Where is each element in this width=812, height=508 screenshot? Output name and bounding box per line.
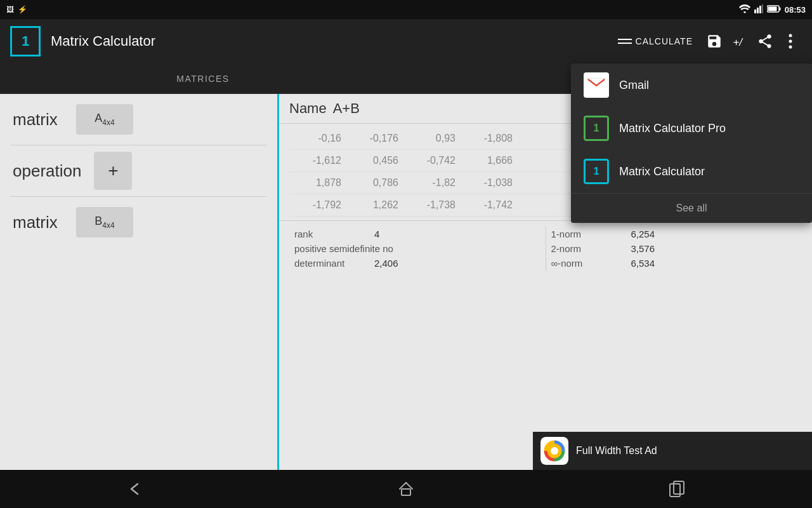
stat-2norm: 2-norm 3,576 — [551, 243, 797, 254]
ad-banner: Full Width Test Ad — [533, 432, 812, 470]
svg-rect-5 — [768, 6, 776, 11]
cell-0-2: 0,93 — [403, 131, 461, 145]
svg-rect-3 — [762, 4, 763, 13]
action-bar-actions: CALCULATE +/ — [610, 30, 802, 53]
status-left: 🖼 ⚡ — [6, 5, 27, 14]
mc-pro-label: Matrix Calculator Pro — [619, 122, 726, 135]
stat-det-value: 2,406 — [374, 258, 398, 269]
cell-2-2: -1,82 — [403, 176, 461, 190]
cell-1-3: 1,666 — [461, 154, 518, 168]
share-button[interactable] — [754, 30, 776, 53]
calculate-lines-icon — [618, 39, 632, 44]
matrix-a-row: matrix A4x4 — [0, 94, 277, 145]
gmail-label: Gmail — [619, 79, 649, 92]
signal-icon — [754, 4, 763, 15]
result-name: Name — [289, 100, 327, 117]
calculate-label: CALCULATE — [636, 36, 693, 46]
dropdown-gmail[interactable]: Gmail — [571, 64, 812, 107]
mc-icon: 1 — [584, 159, 609, 184]
operation-row: operation + — [0, 145, 277, 196]
calculate-button[interactable]: CALCULATE — [610, 31, 700, 51]
left-panel: matrix A4x4 operation + matrix B4x4 — [0, 94, 279, 470]
cell-3-1: 1,262 — [346, 198, 403, 212]
svg-rect-1 — [757, 8, 759, 13]
cell-3-2: -1,738 — [403, 198, 461, 212]
matrix-b-row: matrix B4x4 — [0, 197, 277, 248]
gmail-icon — [584, 72, 609, 98]
cell-3-3: -1,742 — [461, 198, 518, 212]
stats-right: 1-norm 6,254 2-norm 3,576 ∞-norm 6,534 — [546, 226, 802, 271]
mc-label: Matrix Calculator — [619, 165, 705, 178]
stat-posdef: positive semidefinite no — [294, 243, 540, 254]
cell-1-0: -1,612 — [289, 154, 346, 168]
app-title: Matrix Calculator — [51, 33, 600, 50]
stats-left: rank 4 positive semidefinite no determin… — [289, 226, 546, 271]
recents-button[interactable] — [652, 475, 702, 503]
svg-point-8 — [789, 34, 792, 37]
stat-infnorm: ∞-norm 6,534 — [551, 258, 797, 269]
dropdown-mc-pro[interactable]: 1 Matrix Calculator Pro — [571, 107, 812, 150]
cell-2-1: 0,786 — [346, 176, 403, 190]
stat-rank-value: 4 — [374, 229, 379, 239]
ad-icon — [540, 437, 568, 465]
result-expr: A+B — [333, 100, 360, 117]
matrix-a-label: matrix — [13, 110, 63, 130]
svg-rect-6 — [779, 7, 780, 10]
more-button[interactable] — [779, 30, 802, 53]
tab-matrices-label: MATRICES — [176, 74, 229, 84]
mc-pro-icon: 1 — [584, 116, 609, 141]
dropdown-menu: Gmail 1 Matrix Calculator Pro 1 Matrix C… — [571, 64, 812, 223]
cell-3-0: -1,792 — [289, 198, 346, 212]
cell-0-1: -0,176 — [346, 131, 403, 145]
operation-button[interactable]: + — [94, 152, 132, 190]
stat-det-label: determinant — [294, 258, 370, 269]
svg-rect-15 — [402, 489, 410, 495]
save-button[interactable] — [703, 30, 726, 53]
tab-matrices[interactable]: MATRICES — [0, 64, 406, 93]
cell-0-3: -1,808 — [461, 131, 518, 145]
wifi-icon — [739, 4, 750, 15]
stat-det: determinant 2,406 — [294, 258, 540, 269]
action-bar: 1 Matrix Calculator CALCULATE +/ — [0, 19, 812, 64]
stat-1norm-label: 1-norm — [551, 229, 627, 239]
status-right: 08:53 — [739, 4, 806, 15]
flash-icon: ⚡ — [18, 5, 27, 14]
image-icon: 🖼 — [6, 5, 14, 14]
stat-infnorm-value: 6,534 — [631, 258, 655, 269]
svg-rect-0 — [754, 10, 756, 13]
time: 08:53 — [785, 5, 806, 15]
stats-area: rank 4 positive semidefinite no determin… — [279, 220, 812, 276]
cell-2-0: 1,878 — [289, 176, 346, 190]
battery-icon — [767, 5, 781, 15]
cell-1-2: -0,742 — [403, 154, 461, 168]
operation-label: operation — [13, 161, 81, 181]
stat-rank-label: rank — [294, 229, 370, 239]
ad-text: Full Width Test Ad — [576, 445, 657, 457]
stat-2norm-value: 3,576 — [631, 243, 655, 254]
stat-2norm-label: 2-norm — [551, 243, 627, 254]
back-button[interactable] — [110, 475, 160, 503]
matrix-a-button[interactable]: A4x4 — [76, 104, 133, 135]
matrix-b-button[interactable]: B4x4 — [76, 207, 133, 237]
stat-infnorm-label: ∞-norm — [551, 258, 627, 269]
see-all-button[interactable]: See all — [571, 193, 812, 223]
app-logo: 1 — [10, 26, 41, 57]
home-button[interactable] — [381, 475, 431, 503]
cell-0-0: -0,16 — [289, 131, 346, 145]
app-logo-text: 1 — [22, 33, 29, 50]
bottom-nav — [0, 470, 812, 508]
status-bar: 🖼 ⚡ 08:53 — [0, 0, 812, 19]
stat-1norm-value: 6,254 — [631, 229, 655, 239]
cell-1-1: 0,456 — [346, 154, 403, 168]
dropdown-mc[interactable]: 1 Matrix Calculator — [571, 150, 812, 193]
svg-point-9 — [789, 40, 792, 43]
formula-button[interactable]: +/ — [728, 30, 751, 53]
stat-posdef-label: positive semidefinite no — [294, 243, 393, 254]
stat-1norm: 1-norm 6,254 — [551, 229, 797, 239]
cell-2-3: -1,038 — [461, 176, 518, 190]
svg-point-14 — [551, 447, 558, 455]
matrix-b-label: matrix — [13, 213, 63, 232]
stat-rank: rank 4 — [294, 229, 540, 239]
svg-text:+/: +/ — [733, 36, 743, 48]
svg-point-10 — [789, 46, 792, 49]
